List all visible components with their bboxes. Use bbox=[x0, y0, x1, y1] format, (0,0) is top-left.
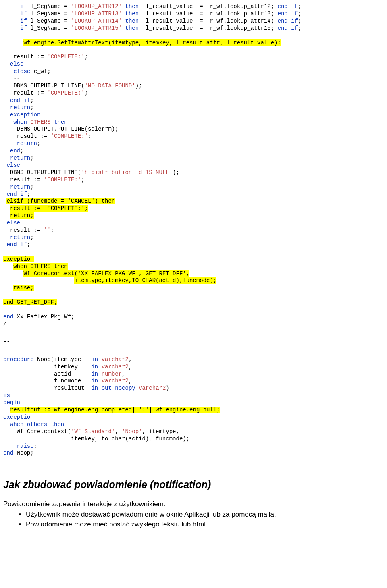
code-token bbox=[27, 119, 30, 125]
code-token: , bbox=[129, 378, 132, 384]
code-token: '' bbox=[44, 227, 51, 233]
code-line: itemtype,itemkey,TO_CHAR(actid),funcmode… bbox=[3, 277, 384, 285]
code-token: exception bbox=[3, 256, 34, 262]
code-line: if l_SegName = 'LOOKUP_ATTR12' then l_re… bbox=[3, 3, 384, 10]
code-line: itemkey in varchar2, bbox=[3, 364, 384, 371]
code-line: end if; bbox=[3, 191, 384, 198]
code-token: ; bbox=[298, 18, 301, 24]
code-token: end bbox=[6, 241, 17, 248]
code-line: end; bbox=[3, 148, 384, 155]
code-token: ; bbox=[30, 97, 33, 104]
code-token: end bbox=[278, 10, 288, 17]
code-token: actid bbox=[54, 371, 91, 377]
code-token: then bbox=[54, 119, 68, 125]
code-token: wf_engine.SetItemAttrText(itemtype, item… bbox=[23, 39, 281, 46]
code-line: return; bbox=[3, 104, 384, 112]
code-token: end bbox=[278, 25, 288, 31]
code-token: Wf_Core.context( bbox=[17, 428, 71, 435]
code-line: actid in number, bbox=[3, 371, 384, 378]
code-token: if bbox=[20, 10, 27, 17]
code-token: end bbox=[278, 18, 288, 24]
code-token: itemtype,itemkey,TO_CHAR(actid),funcmode… bbox=[74, 277, 216, 284]
code-token: then bbox=[125, 3, 139, 10]
code-line: return; bbox=[3, 212, 384, 220]
code-token: ; bbox=[37, 140, 40, 147]
code-token: when bbox=[13, 119, 27, 125]
code-line: funcmode in varchar2, bbox=[3, 378, 384, 385]
code-token: exception bbox=[3, 414, 34, 420]
code-token: 'COMPLETE:' bbox=[44, 177, 81, 183]
code-token: ; bbox=[27, 191, 30, 197]
code-line bbox=[3, 32, 384, 39]
code-token bbox=[3, 306, 6, 313]
code-line: Wf_Core.context('XX_FAFLEX_PKG_WF','GET_… bbox=[3, 270, 384, 278]
code-token: ) bbox=[166, 385, 169, 391]
code-token: else bbox=[6, 162, 20, 168]
code-token: Wf_Core.context('XX_FAFLEX_PKG_WF','GET_… bbox=[23, 270, 189, 277]
code-line: return; bbox=[3, 184, 384, 191]
code-line: result := 'COMPLETE:'; bbox=[3, 177, 384, 184]
code-token: , bbox=[129, 364, 132, 370]
code-token: ; bbox=[298, 3, 301, 10]
code-token: raise; bbox=[13, 285, 33, 291]
code-line: end if; bbox=[3, 241, 384, 249]
code-block-2: procedure Noop(itemtype in varchar2, ite… bbox=[3, 356, 384, 457]
code-token bbox=[3, 46, 6, 53]
code-token: if bbox=[291, 18, 298, 24]
code-token: if bbox=[20, 241, 27, 248]
code-token: if bbox=[291, 25, 298, 31]
code-token: l_SegName = bbox=[27, 3, 71, 10]
code-token: , itemtype, bbox=[142, 428, 179, 435]
code-token: 'COMPLETE:' bbox=[47, 90, 84, 96]
code-line: return; bbox=[3, 155, 384, 162]
code-token: l_SegName = bbox=[27, 25, 71, 31]
code-line: if l_SegName = 'LOOKUP_ATTR15' then l_re… bbox=[3, 25, 384, 32]
code-token: when bbox=[10, 421, 24, 428]
code-token bbox=[17, 191, 20, 197]
code-token: Noop(itemtype bbox=[34, 356, 92, 363]
code-line: -- bbox=[3, 75, 384, 83]
code-token: out bbox=[102, 385, 112, 391]
code-token: DBMS_OUTPUT.PUT_LINE( bbox=[13, 83, 84, 89]
code-token: then bbox=[51, 421, 64, 428]
code-line bbox=[3, 249, 384, 256]
code-line: resultout in out nocopy varchar2) bbox=[3, 385, 384, 392]
code-token bbox=[98, 364, 101, 370]
code-token: ; bbox=[88, 133, 91, 139]
code-token: l_SegName = bbox=[27, 18, 71, 24]
code-token bbox=[98, 378, 101, 384]
code-token: then bbox=[125, 10, 139, 17]
code-token: nocopy bbox=[115, 385, 135, 391]
code-token: else bbox=[10, 61, 24, 67]
code-token: l_result_value := r_wf.lookup_attr13; bbox=[139, 10, 277, 17]
code-token: Noop; bbox=[13, 450, 33, 456]
code-token: OTHERS bbox=[30, 119, 50, 125]
code-token bbox=[288, 10, 291, 17]
code-token: end bbox=[278, 3, 288, 10]
code-line: exception bbox=[3, 112, 384, 119]
code-token: in bbox=[91, 364, 98, 370]
code-token bbox=[3, 249, 6, 255]
code-token bbox=[3, 32, 6, 39]
code-token: elsif (funcmode = 'CANCEL') then bbox=[6, 198, 115, 204]
code-line: end Noop; bbox=[3, 450, 384, 457]
code-token: 'Wf_Standard' bbox=[71, 428, 115, 435]
code-token: funcmode bbox=[54, 378, 91, 384]
code-token: return bbox=[10, 184, 30, 190]
code-token: 'Noop' bbox=[122, 428, 142, 435]
code-token: in bbox=[91, 371, 98, 377]
code-token: if bbox=[291, 10, 298, 17]
code-token: ; bbox=[30, 104, 33, 111]
code-token: ); bbox=[135, 83, 142, 89]
code-token: varchar2 bbox=[102, 356, 129, 363]
code-token: varchar2 bbox=[102, 364, 129, 370]
code-token bbox=[288, 3, 291, 10]
code-line: close c_wf; bbox=[3, 68, 384, 75]
code-line: else bbox=[3, 162, 384, 169]
code-line: exception bbox=[3, 256, 384, 263]
code-line: resultout := wf_engine.eng_completed||':… bbox=[3, 407, 384, 414]
code-token bbox=[98, 356, 101, 363]
code-token bbox=[3, 292, 6, 298]
code-token: end bbox=[10, 97, 20, 104]
code-token: DBMS_OUTPUT.PUT_LINE( bbox=[10, 169, 81, 176]
